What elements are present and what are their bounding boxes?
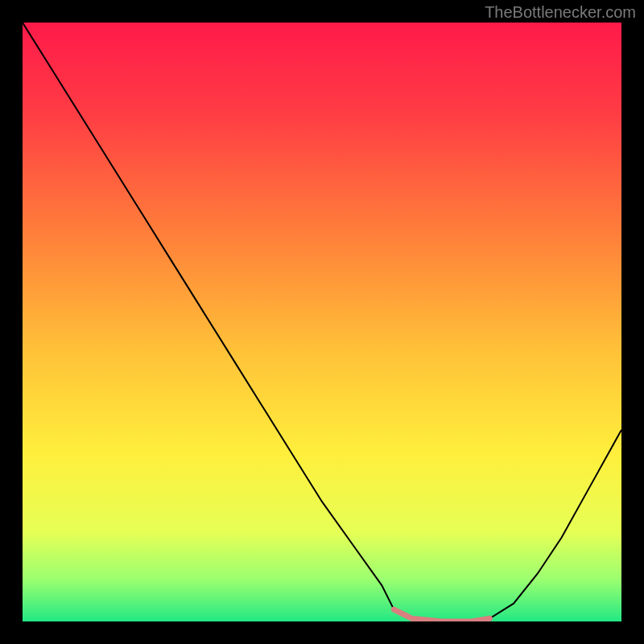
gradient-background bbox=[23, 23, 621, 621]
bottleneck-chart bbox=[23, 23, 621, 621]
attribution-text: TheBottlenecker.com bbox=[485, 3, 636, 22]
